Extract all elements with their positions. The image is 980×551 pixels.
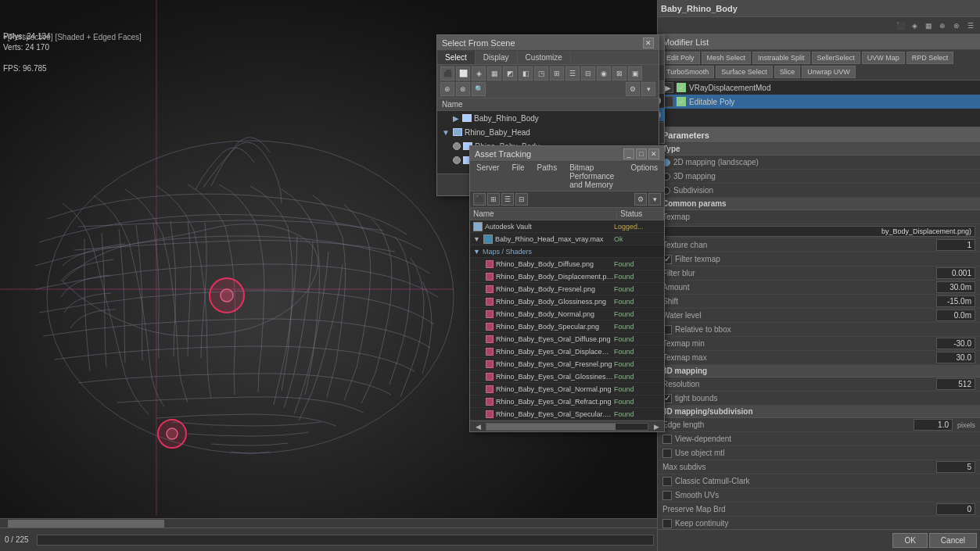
rp-icon-6[interactable]: ☰	[964, 20, 977, 32]
3d-subdiv-header[interactable]: 3D mapping/subdivision	[658, 406, 980, 418]
btn-seller-select[interactable]: SellerSelect	[812, 52, 860, 64]
sfs-btn-4[interactable]: ▦	[487, 66, 501, 81]
at-row-map-13[interactable]: Rhino_Baby_Eyes_Oral_Specular.png Found	[470, 408, 664, 420]
ok-btn[interactable]: OK	[892, 533, 927, 548]
at-row-map-4[interactable]: Rhino_Baby_Body_Glossiness.png Found	[470, 295, 664, 308]
mod-checkbox-ep[interactable]: ✓	[677, 97, 686, 106]
texmap-min-value[interactable]: -30.0	[936, 338, 975, 349]
3d-mapping-header[interactable]: 3D mapping	[658, 365, 980, 377]
sfs-btn-1[interactable]: ⬛	[440, 66, 454, 81]
btn-surface-select[interactable]: Surface Select	[716, 66, 773, 78]
mod-editable-poly[interactable]: ✓ Editable Poly	[658, 95, 980, 109]
at-btn-1[interactable]: ⬛	[473, 193, 486, 206]
sfs-tab-customize[interactable]: Customize	[518, 51, 571, 64]
at-row-map-2[interactable]: Rhino_Baby_Body_Displacement.png Found	[470, 270, 664, 283]
edge-length-value[interactable]: 1.0	[914, 419, 953, 431]
at-scrollbar[interactable]: ◀ ▶	[470, 420, 664, 431]
sfs-tab-display[interactable]: Display	[476, 51, 518, 64]
at-menu-server[interactable]: Server	[470, 162, 505, 191]
type-section-header[interactable]: Type	[658, 143, 980, 156]
btn-turbosmooth[interactable]: TurboSmooth	[661, 66, 714, 78]
tex-chan-value[interactable]: 1	[936, 239, 975, 251]
sfs-btn-3[interactable]: ◈	[472, 66, 486, 81]
use-obj-mtl-checkbox[interactable]	[662, 449, 672, 458]
sfs-item-head[interactable]: ▼ Rhino_Baby_Head	[437, 125, 659, 139]
sfs-btn-10[interactable]: ⊟	[581, 66, 595, 81]
sfs-btn-12[interactable]: ⊠	[612, 66, 626, 81]
at-row-map-10[interactable]: Rhino_Baby_Eyes_Oral_Glossiness.png Foun…	[470, 370, 664, 383]
water-value[interactable]: 0.0m	[936, 309, 975, 321]
sfs-btn-2[interactable]: ⬜	[456, 66, 470, 81]
cancel-btn[interactable]: Cancel	[929, 533, 977, 548]
scroll-handle[interactable]	[486, 424, 616, 430]
viewport-scrollbar[interactable]	[0, 518, 657, 528]
keep-cont-checkbox[interactable]	[662, 519, 672, 528]
filter-blur-value[interactable]: 0.001	[936, 267, 975, 279]
btn-uvw-map[interactable]: UVW Map	[862, 52, 905, 64]
view-dep-checkbox[interactable]	[662, 435, 672, 444]
classic-catmull-checkbox[interactable]	[662, 477, 672, 486]
at-btn-3[interactable]: ☰	[501, 193, 514, 206]
at-row-map-11[interactable]: Rhino_Baby_Eyes_Oral_Normal.png Found	[470, 383, 664, 395]
sfs-btn-9[interactable]: ☰	[565, 66, 580, 81]
at-row-map-6[interactable]: Rhino_Baby_Body_Specular.png Found	[470, 320, 664, 333]
timeline[interactable]: 0 / 225	[0, 528, 657, 551]
sfs-btn-14[interactable]: ⊕	[440, 82, 454, 96]
common-params-header[interactable]: Common params	[658, 198, 980, 210]
at-section-maps[interactable]: ▼ Maps / Shaders	[470, 245, 664, 258]
at-btn-more[interactable]: ▾	[648, 193, 661, 206]
at-row-vault[interactable]: Autodesk Vault Logged...	[470, 220, 664, 233]
sfs-tab-select[interactable]: Select	[437, 51, 476, 64]
at-menu-options[interactable]: Options	[625, 162, 664, 191]
at-row-map-7[interactable]: Rhino_Baby_Eyes_Oral_Diffuse.png Found	[470, 333, 664, 345]
shift-value[interactable]: -15.0m	[936, 295, 975, 307]
sfs-btn-7[interactable]: ◳	[534, 66, 548, 81]
at-close-btn[interactable]: ✕	[648, 148, 659, 159]
at-menu-bitmap[interactable]: Bitmap Performance and Memory	[563, 162, 624, 191]
scroll-thumb[interactable]	[8, 520, 164, 528]
at-btn-4[interactable]: ⊟	[515, 193, 528, 206]
sfs-btn-16[interactable]: 🔍	[472, 82, 486, 96]
at-expand[interactable]: ▼	[473, 235, 481, 243]
texmap-max-value[interactable]: 30.0	[936, 352, 975, 363]
texmap-value[interactable]: by_Body_Displacement.png)	[662, 226, 975, 237]
at-btn-2[interactable]: ⊞	[487, 193, 500, 206]
sfs-btn-5[interactable]: ◩	[503, 66, 517, 81]
at-row-map-8[interactable]: Rhino_Baby_Eyes_Oral_Displacement.png Fo…	[470, 345, 664, 358]
btn-edit-poly[interactable]: Edit Poly	[661, 52, 700, 64]
btn-unwrap-uvw[interactable]: Unwrap UVW	[802, 66, 856, 78]
at-titlebar[interactable]: Asset Tracking _ □ ✕	[470, 146, 664, 162]
sfs-btn-15[interactable]: ⊗	[456, 82, 470, 96]
rp-icon-5[interactable]: ⊗	[950, 20, 963, 32]
at-minimize-btn[interactable]: _	[623, 148, 634, 159]
scroll-left[interactable]: ◀	[470, 423, 486, 431]
max-subdivs-value[interactable]: 5	[936, 461, 975, 473]
sfs-btn-11[interactable]: ◉	[597, 66, 611, 81]
rp-icon-4[interactable]: ⊕	[936, 20, 949, 32]
at-menu-paths[interactable]: Paths	[531, 162, 564, 191]
sfs-item-body[interactable]: ▶ Baby_Rhino_Body	[437, 111, 659, 125]
at-restore-btn[interactable]: □	[636, 148, 647, 159]
at-btn-settings[interactable]: ⚙	[634, 193, 647, 206]
timeline-bar[interactable]	[37, 535, 654, 546]
amount-value[interactable]: 30.0m	[936, 281, 975, 293]
at-row-map-1[interactable]: Rhino_Baby_Body_Diffuse.png Found	[470, 258, 664, 270]
sfs-close-btn[interactable]: ✕	[643, 38, 654, 48]
mod-checkbox-vray[interactable]: ✓	[677, 83, 686, 92]
at-row-map-12[interactable]: Rhino_Baby_Eyes_Oral_Refract.png Found	[470, 395, 664, 408]
at-row-map-9[interactable]: Rhino_Baby_Eyes_Oral_Fresnel.png Found	[470, 358, 664, 370]
smooth-uv-checkbox[interactable]	[662, 491, 672, 500]
scroll-right[interactable]: ▶	[648, 423, 664, 431]
btn-rpd-select[interactable]: RPD Select	[906, 52, 954, 64]
at-row-main-file[interactable]: ▼ Baby_Rhino_Head_max_vray.max Ok	[470, 233, 664, 245]
preserve-map-value[interactable]: 0	[936, 503, 975, 515]
at-row-map-5[interactable]: Rhino_Baby_Body_Normal.png Found	[470, 308, 664, 320]
mod-vray-disp[interactable]: ▶ ✓ VRayDisplacementMod	[658, 81, 980, 95]
btn-instraable-split[interactable]: Instraable Split	[752, 52, 810, 64]
scroll-track[interactable]	[486, 423, 648, 431]
btn-slice[interactable]: Slice	[774, 66, 801, 78]
sfs-btn-settings[interactable]: ⚙	[626, 82, 640, 96]
sfs-btn-6[interactable]: ◧	[519, 66, 533, 81]
rp-icon-1[interactable]: ⬛	[894, 20, 906, 32]
sfs-btn-8[interactable]: ⊞	[550, 66, 564, 81]
